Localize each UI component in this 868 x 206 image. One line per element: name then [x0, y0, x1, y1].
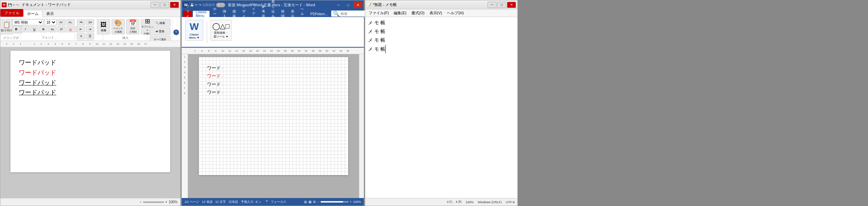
word-tab-file[interactable]: ファイル [183, 11, 192, 17]
word-tab-layout[interactable]: レイアウト [249, 11, 258, 17]
wordpad-page[interactable]: ワードパッド ワードパッド ワードパッド ワードパッド [10, 51, 170, 172]
notepad-minimize-button[interactable]: ─ [488, 2, 497, 8]
word-maximize-button[interactable]: □ [344, 2, 353, 8]
wordpad-datetime-button[interactable]: 📅 日付と時刻 [126, 19, 139, 34]
wordpad-align-center-button[interactable]: ☰ [86, 33, 94, 39]
word-tab-help[interactable]: ヘルプ [298, 11, 307, 17]
notepad-maximize-button[interactable]: □ [497, 2, 506, 8]
word-qa-save[interactable]: 💾 [190, 3, 194, 7]
wordpad-fontcolor-button[interactable]: A [66, 26, 75, 32]
word-qa-undo[interactable]: ↩ [195, 3, 198, 7]
wordpad-zoom-slider[interactable] [143, 201, 164, 203]
wordpad-tab-view[interactable]: 表示 [42, 10, 58, 17]
wordpad-replace-button[interactable]: ⇄ 置換 [150, 27, 171, 35]
notepad-menu-view[interactable]: 表示(V) [427, 10, 444, 16]
word-minimize-button[interactable]: ─ [334, 2, 343, 8]
word-view-mode-3[interactable]: ⊞ [313, 200, 316, 204]
notepad-menu-format[interactable]: 書式(O) [409, 10, 427, 16]
word-tab-mailings[interactable]: 差し込み文書 [269, 11, 278, 17]
qa-undo-icon[interactable]: ↩ [13, 3, 15, 7]
qa-redo-icon[interactable]: ↪ [16, 3, 19, 7]
word-scrollbar[interactable] [359, 54, 364, 198]
wordpad-indent-decrease-button[interactable]: ⇤ [77, 26, 85, 32]
word-line-3: ワード [207, 80, 340, 88]
search-icon: 🔍 [155, 22, 159, 25]
wordpad-title: ドキュメント - ワードパッド [22, 2, 149, 7]
word-doc-area: 2 4 6 8 10 12 14 16 18 20 22 24 26 28 30… [182, 48, 364, 198]
wordpad-numbering-button[interactable]: 1≡ [86, 19, 94, 25]
classic-separator-1 [207, 22, 207, 43]
word-tab-insert[interactable]: 挿入 [220, 11, 229, 17]
wordpad-paint-button[interactable]: 🎨 ペイントの描画 [112, 19, 125, 34]
word-tab-design[interactable]: デザイン [239, 11, 248, 17]
word-classic-menu-button[interactable]: W ClassicMenu ▼ [185, 20, 203, 41]
word-focus-button[interactable]: フォーカス [271, 200, 286, 204]
wordpad-help-button[interactable]: ? [173, 18, 179, 40]
notepad-content[interactable]: メ モ 帳 メ モ 帳 メ モ 帳 メ モ 帳 [365, 17, 517, 198]
word-zoom-in[interactable]: + [350, 200, 352, 204]
shapes-icon: ◯△□ [212, 22, 229, 30]
wordpad-indent-increase-button[interactable]: ⇥ [86, 26, 94, 32]
wordpad-font-label: フォント [42, 35, 54, 40]
wordpad-zoom-in-button[interactable]: + [165, 200, 167, 204]
word-tab-classic[interactable]: Classic Menu [193, 11, 210, 17]
qa-save-icon[interactable]: 💾 [8, 3, 12, 7]
wordpad-picture-button[interactable]: 🖼 画像 [97, 19, 110, 34]
wordpad-font-shrink-button[interactable]: A↓ [66, 19, 75, 25]
notepad-menu-help[interactable]: ヘルプ(H) [445, 10, 466, 16]
wordpad-maximize-button[interactable]: □ [160, 2, 169, 8]
notepad-close-button[interactable]: ✕ [507, 2, 516, 8]
wordpad-font-grow-button[interactable]: A↑ [57, 19, 66, 25]
wordpad-zoom-out-button[interactable]: − [140, 200, 142, 204]
word-close-button[interactable]: ✕ [353, 2, 362, 8]
wordpad-minimize-button[interactable]: ─ [150, 2, 159, 8]
word-tab-home[interactable]: ホーム [210, 11, 219, 17]
notepad-line-2: メ モ 帳 [368, 27, 515, 36]
notepad-char-cho4: 帳 [380, 45, 386, 53]
wordpad-font-size-selector[interactable]: 18 [44, 19, 57, 25]
notepad-line-ending: Windows (CRLF) [478, 200, 502, 204]
word-ruler-marks: 2 4 6 8 10 12 14 16 18 20 22 24 26 28 30… [185, 50, 361, 52]
wordpad-italic-button[interactable]: I [21, 26, 30, 32]
word-doc-scroll[interactable]: 1 2 3 4 5 6 7 8 ワード ワード ワード ワード [182, 54, 364, 198]
wordpad-close-button[interactable]: ✕ [170, 2, 179, 8]
wordpad-underline-button[interactable]: U [30, 26, 39, 32]
word-qa-redo[interactable]: ↪ [199, 3, 202, 7]
word-autosave-toggle[interactable]: オフ [216, 3, 225, 7]
word-tab-draw[interactable]: 描画 [230, 11, 239, 17]
wordpad-bullet-button[interactable]: •≡ [77, 19, 85, 25]
word-tab-pdfelem[interactable]: PDFelem... [308, 11, 330, 17]
word-tab-view[interactable]: 表示 [288, 11, 297, 17]
word-w-icon: W [190, 21, 199, 32]
wordpad-align-left-button[interactable]: ≡ [77, 33, 85, 39]
wordpad-ruler: 3 2 1 · 1 2 3 4 5 6 7 8 9 10 11 12 13 14… [0, 41, 180, 47]
wordpad-scroll-area[interactable]: ワードパッド ワードパッド ワードパッド ワードパッド [0, 47, 180, 198]
wordpad-paste-button[interactable]: 📋 貼り付け [0, 19, 13, 34]
wordpad-bold-button[interactable]: B [12, 26, 21, 32]
wordpad-superscript-button[interactable]: x² [57, 26, 66, 32]
wordpad-subscript-button[interactable]: x₂ [48, 26, 57, 32]
word-page[interactable]: ワード ワード ワード ワード [199, 57, 348, 175]
notepad-menu-edit[interactable]: 編集(E) [392, 10, 409, 16]
word-classic-menu-group: W ClassicMenu ▼ [182, 18, 206, 42]
word-char-count: 12 文字 [215, 200, 226, 204]
word-zoom-fill [321, 201, 343, 203]
word-view-mode-1[interactable]: ▤ [304, 200, 307, 204]
notepad-menu-file[interactable]: ファイル(F) [367, 10, 391, 16]
word-tab-references[interactable]: 参考資料 [259, 11, 268, 17]
wordpad-strikethrough-button[interactable]: S [39, 26, 48, 32]
word-zoom-out[interactable]: − [317, 200, 319, 204]
notepad-zoom-value: 100% [466, 200, 474, 204]
wordpad-ruler-marks: 3 2 1 · 1 2 3 4 5 6 7 8 9 10 11 12 13 14… [3, 43, 178, 45]
word-shapes-button[interactable]: ◯△□ 図形描画・図ツール ▼ [211, 20, 231, 41]
word-tab-review[interactable]: 校閲 [278, 11, 287, 17]
word-zoom-slider[interactable] [321, 201, 349, 203]
word-view-mode-2[interactable]: ▦ [309, 200, 312, 204]
notepad-char-cho3: 帳 [380, 36, 385, 44]
wordpad-tab-file[interactable]: ファイル [0, 9, 23, 17]
wordpad-tab-home[interactable]: ホーム [23, 10, 42, 17]
notepad-char-me2: メ [368, 27, 373, 36]
wordpad-font-selector[interactable]: MS 明朝 [12, 19, 43, 25]
wordpad-search-button[interactable]: 🔍 検索 [150, 19, 171, 27]
word-pages[interactable]: ワード ワード ワード ワード [188, 54, 359, 198]
